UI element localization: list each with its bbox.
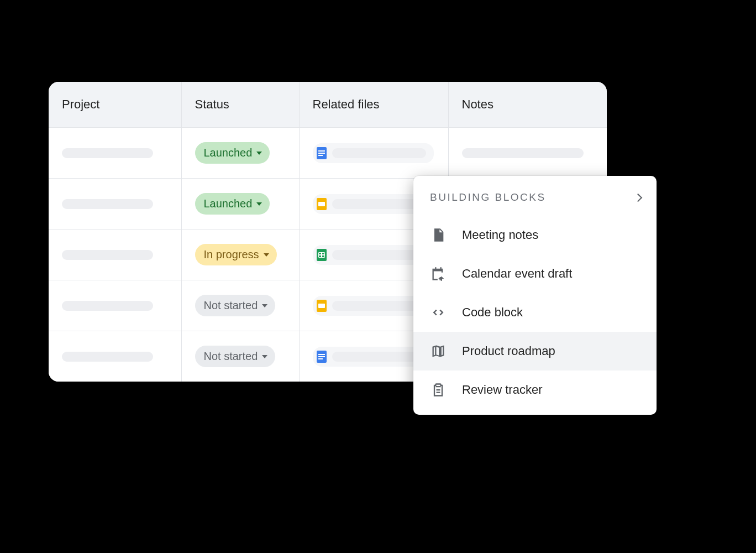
status-cell[interactable]: Not started [181, 331, 299, 382]
chevron-down-icon [262, 355, 267, 358]
status-cell[interactable]: Launched [181, 128, 299, 179]
status-cell[interactable]: In progress [181, 229, 299, 280]
status-chip[interactable]: Launched [195, 142, 270, 164]
status-cell[interactable]: Launched [181, 179, 299, 229]
chevron-down-icon [262, 304, 267, 307]
status-chip[interactable]: Not started [195, 295, 276, 316]
menu-item-label: Product roadmap [462, 344, 555, 358]
menu-item-label: Meeting notes [462, 228, 538, 242]
status-cell[interactable]: Not started [181, 280, 299, 331]
sheets-file-icon [317, 249, 327, 261]
slides-file-icon [317, 198, 327, 210]
menu-item-label: Calendar event draft [462, 267, 572, 281]
placeholder-text [62, 301, 153, 311]
page-icon [430, 227, 447, 243]
docs-file-icon [317, 147, 327, 159]
chevron-down-icon [264, 253, 269, 257]
placeholder-text [332, 301, 426, 311]
building-blocks-popover: BUILDING BLOCKS Meeting notesCalendar ev… [413, 176, 657, 415]
column-header-notes[interactable]: Notes [448, 82, 607, 128]
status-chip[interactable]: Not started [195, 346, 276, 367]
menu-item-meeting-notes[interactable]: Meeting notes [413, 216, 657, 254]
project-cell[interactable] [49, 280, 181, 331]
notes-cell[interactable] [448, 128, 607, 179]
chevron-down-icon [256, 202, 262, 206]
status-label: Not started [204, 350, 258, 363]
popover-title: BUILDING BLOCKS [430, 191, 546, 204]
placeholder-text [332, 148, 426, 158]
project-cell[interactable] [49, 128, 181, 179]
column-header-related-files[interactable]: Related files [299, 82, 448, 128]
menu-item-code-block[interactable]: Code block [413, 293, 657, 332]
code-icon [430, 304, 447, 321]
table-row: Launched [49, 128, 607, 179]
chevron-down-icon [256, 152, 262, 155]
placeholder-text [332, 199, 426, 209]
placeholder-text [332, 250, 426, 260]
status-label: Launched [204, 147, 253, 159]
popover-header: BUILDING BLOCKS [413, 186, 657, 216]
placeholder-text [62, 352, 153, 362]
project-cell[interactable] [49, 229, 181, 280]
chevron-right-icon[interactable] [634, 193, 643, 202]
slides-file-icon [317, 300, 327, 312]
placeholder-text [62, 250, 153, 260]
status-label: Not started [204, 299, 258, 312]
menu-item-product-roadmap[interactable]: Product roadmap [413, 332, 657, 371]
menu-item-label: Review tracker [462, 383, 542, 397]
placeholder-text [462, 148, 584, 158]
placeholder-text [332, 352, 426, 362]
calendar-icon [430, 265, 447, 282]
menu-item-calendar-event-draft[interactable]: Calendar event draft [413, 254, 657, 293]
status-label: Launched [204, 197, 253, 210]
clipboard-icon [430, 382, 447, 398]
docs-file-icon [317, 351, 327, 363]
status-chip[interactable]: In progress [195, 244, 277, 265]
map-icon [430, 343, 447, 359]
file-chip[interactable] [313, 143, 434, 163]
column-header-status[interactable]: Status [181, 82, 299, 128]
placeholder-text [62, 148, 153, 158]
status-chip[interactable]: Launched [195, 193, 270, 215]
menu-item-label: Code block [462, 305, 523, 320]
menu-item-review-tracker[interactable]: Review tracker [413, 371, 657, 409]
related-files-cell[interactable] [299, 128, 448, 179]
status-label: In progress [204, 248, 259, 261]
project-cell[interactable] [49, 331, 181, 382]
column-header-project[interactable]: Project [49, 82, 181, 128]
project-cell[interactable] [49, 179, 181, 229]
placeholder-text [62, 199, 153, 209]
